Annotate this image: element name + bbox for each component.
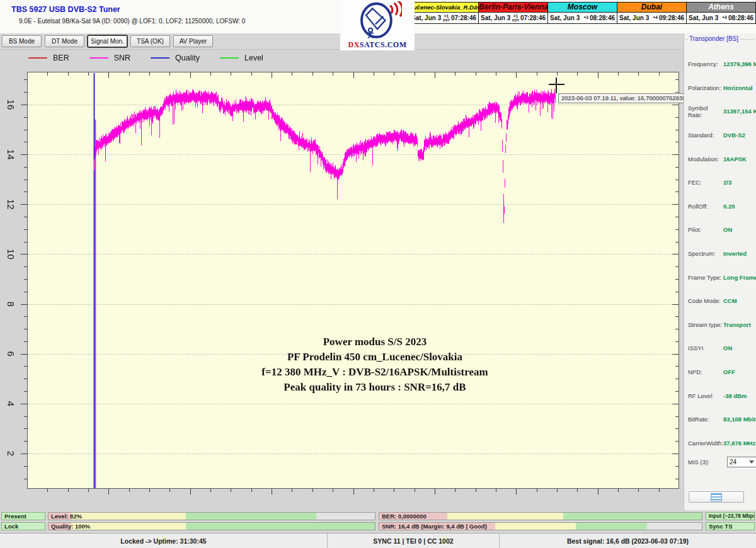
crosshair-icon <box>549 84 564 85</box>
clock-time-row: Sat, Jun 3 +1 DST 07:28:46 <box>479 13 547 23</box>
ber-bar: BER: 0,0000000 <box>379 512 702 520</box>
signal-chart: BER SNR Quality Level Power mo <box>0 49 684 511</box>
mode-tab[interactable]: Signal Mon. <box>88 35 127 47</box>
clock-time: 08:28:46 <box>590 14 615 21</box>
field-label: RollOff: <box>688 203 723 210</box>
panel-title: Transponder [BS] <box>688 35 740 42</box>
transponder-field: RollOff: 0.20 <box>684 195 756 219</box>
status-sync: SYNC 11 | TEI 0 | CC 1002 <box>328 534 500 548</box>
status-uptime: Locked -> Uptime: 31:30:45 <box>0 534 328 548</box>
field-label: Frequency: <box>688 60 723 67</box>
legend-line-swatch <box>151 57 169 59</box>
transponder-field: Frequency: 12379,396 MHz <box>684 52 756 76</box>
field-value: -38 dBm <box>723 392 747 399</box>
legend-item: Level <box>220 54 263 62</box>
annotation-line: Peak quality in 73 hours : SNR=16,7 dB <box>113 380 636 395</box>
field-value: Long Frame <box>723 274 756 281</box>
transponder-field: Spectrum: Inverted <box>684 242 756 266</box>
field-value: ON <box>723 226 732 233</box>
transponder-field: Stream type: Transport <box>684 313 756 337</box>
mis-row: MIS (3): 24 <box>684 454 756 469</box>
field-label: Stream type: <box>688 321 723 328</box>
clock-utc-offset: +1 DST <box>512 14 519 22</box>
snr-bar-label: SNR: 16,4 dB (Margin: 9,4 dB | Good) <box>382 523 487 530</box>
bar-segment <box>447 513 563 520</box>
mode-tab[interactable]: BS Mode <box>2 35 42 47</box>
chart-tooltip: 2023-06-03 07.19.11, value: 16,700000762… <box>558 93 692 103</box>
annotation-line: PF Prodelin 450 cm_Lucenec/Slovakia <box>113 350 636 365</box>
transponder-field: FEC: 2/3 <box>684 171 756 195</box>
field-label: NPD: <box>688 368 723 375</box>
transponder-panel: Transponder [BS] Frequency: 12379,396 MH… <box>684 33 756 510</box>
field-label: Modulation: <box>688 156 723 163</box>
clock-panel: Berlin-Paris-Vienna-Belgrade Sat, Jun 3 … <box>478 3 547 23</box>
clock-utc-offset: +4 <box>653 16 658 20</box>
clock-time: 09:28:46 <box>659 14 684 21</box>
legend-line-swatch <box>89 57 108 59</box>
field-value: Transport <box>723 321 751 328</box>
legend-item: BER <box>28 54 69 62</box>
bar-segment <box>495 523 576 530</box>
bar-segment <box>316 513 375 520</box>
field-label: CarrierWidth: <box>688 440 723 447</box>
bar-segment <box>576 523 647 530</box>
crosshair-icon <box>556 77 557 93</box>
transponder-field: Standard: DVB-S2 <box>684 123 756 147</box>
clock-date: Sat, Jun 3 <box>481 14 510 21</box>
field-label: RF Level: <box>688 392 723 399</box>
clock-date: Sat, Jun 3 <box>619 14 649 21</box>
transponder-field: Symbol Rate: 31397,154 KS/s <box>684 100 756 123</box>
field-value: 31397,154 KS/s <box>723 108 756 115</box>
clock-time-row: Sat, Jun 3 +1 DST 07:28:46 <box>410 13 478 23</box>
clock-panel: Dubai Sat, Jun 3 +4 09:28:46 <box>617 3 686 23</box>
field-value: 2/3 <box>723 179 731 186</box>
signal-chart-canvas[interactable] <box>0 50 684 511</box>
clock-city-label: Dubai <box>617 3 686 13</box>
clock-city-label: Lučenec-Slovakia_R.Dávid <box>410 3 478 13</box>
clock-panel: Lučenec-Slovakia_R.Dávid Sat, Jun 3 +1 D… <box>409 3 478 23</box>
clock-utc-offset: +1 DST <box>443 14 450 22</box>
mis-label: MIS (3): <box>688 459 723 465</box>
sync-ts-indicator: Sync TS <box>706 522 755 530</box>
field-value: 83,108 Mbit/s <box>723 416 756 423</box>
chevron-down-icon <box>749 460 754 464</box>
transponder-field: Frame Type: Long Frame <box>684 265 756 289</box>
mis-dropdown[interactable]: 24 <box>727 457 756 467</box>
field-label: Polarization: <box>688 84 723 91</box>
mode-tab[interactable]: TSA (OK) <box>130 35 170 47</box>
clock-date: Sat, Jun 3 <box>411 14 441 21</box>
dxsatcs-logo: DXSATCS.COM <box>340 0 415 50</box>
clock-time: 07:28:46 <box>451 14 476 21</box>
field-value: CCM <box>723 297 737 304</box>
header: TBS 5927 USB DVB-S2 Tuner 9.0E - Eutelsa… <box>0 0 756 33</box>
legend-line-swatch <box>220 57 239 59</box>
status-best-signal: Best signal: 16,6 dB (2023-06-03 07:19) <box>500 534 756 548</box>
transponder-field: Modulation: 16APSK <box>684 147 756 171</box>
present-indicator: Present <box>1 512 45 520</box>
ber-bar-label: BER: 0,0000000 <box>382 513 427 520</box>
panel-toggle-button[interactable] <box>689 491 744 503</box>
mode-tab[interactable]: AV Player <box>173 35 213 47</box>
field-label: FEC: <box>688 179 723 186</box>
world-clocks: Lučenec-Slovakia_R.Dávid Sat, Jun 3 +1 D… <box>408 2 756 24</box>
app-title: TBS 5927 USB DVB-S2 Tuner <box>11 5 120 14</box>
level-bar-label: Level: 82% <box>51 513 82 520</box>
clock-time: 08:28:46 <box>728 14 753 21</box>
field-value: Horizontal <box>723 84 752 91</box>
transponder-field: Polarization: Horizontal <box>684 76 756 100</box>
bar-segment <box>186 523 375 530</box>
annotation-line: Power modus S/S 2023 <box>113 334 636 350</box>
mis-value: 24 <box>730 459 736 465</box>
snr-bar: SNR: 16,4 dB (Margin: 9,4 dB | Good) <box>379 522 702 530</box>
transponder-fields: Frequency: 12379,396 MHz Polarization: H… <box>684 52 756 455</box>
bar-segment <box>71 513 185 520</box>
clock-utc-offset: +3 <box>584 16 588 20</box>
clock-panel: Athens Sat, Jun 3 +3 08:28:46 <box>686 3 755 23</box>
field-label: BitRate: <box>688 416 723 423</box>
clock-date: Sat, Jun 3 <box>689 14 718 21</box>
field-label: ISSYI <box>688 345 723 351</box>
field-value: 0.20 <box>723 203 735 210</box>
clock-utc-offset: +3 <box>723 16 727 20</box>
mode-tab[interactable]: DT Mode <box>45 35 84 47</box>
transponder-field: NPD: OFF <box>684 360 756 384</box>
